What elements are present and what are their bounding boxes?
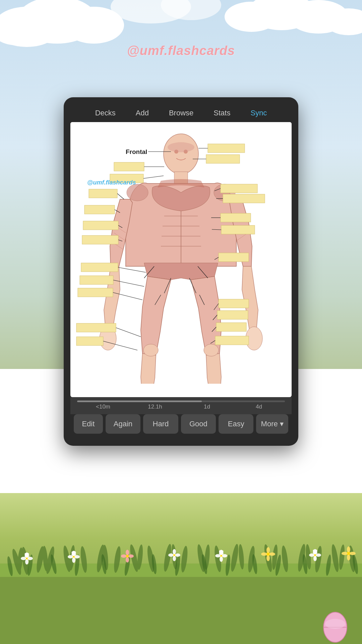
svg-rect-33 bbox=[208, 144, 245, 153]
svg-rect-62 bbox=[80, 276, 113, 284]
svg-point-152 bbox=[128, 554, 134, 558]
svg-line-61 bbox=[118, 267, 146, 272]
svg-point-136 bbox=[25, 559, 28, 565]
svg-line-41 bbox=[143, 176, 164, 178]
image-credit: @umf.flashcards bbox=[87, 179, 136, 186]
svg-rect-52 bbox=[82, 235, 118, 244]
svg-rect-60 bbox=[81, 263, 118, 272]
svg-point-157 bbox=[168, 553, 174, 557]
time-labels-row: <10m 12.1h 1d 4d bbox=[77, 402, 285, 413]
good-button[interactable]: Good bbox=[181, 414, 216, 434]
nav-browse[interactable]: Browse bbox=[169, 109, 193, 117]
svg-rect-38 bbox=[114, 162, 144, 171]
again-button[interactable]: Again bbox=[106, 414, 140, 434]
svg-rect-68 bbox=[217, 311, 248, 319]
easy-button[interactable]: Easy bbox=[219, 414, 253, 434]
progress-area: <10m 12.1h 1d 4d bbox=[70, 397, 292, 414]
time-label-0: <10m bbox=[77, 404, 129, 410]
svg-rect-72 bbox=[215, 336, 249, 345]
svg-rect-74 bbox=[76, 323, 116, 332]
nav-add[interactable]: Add bbox=[136, 109, 149, 117]
more-button[interactable]: More ▾ bbox=[256, 414, 288, 434]
svg-point-156 bbox=[173, 556, 176, 561]
svg-rect-56 bbox=[221, 225, 255, 234]
time-label-1: 12.1h bbox=[129, 404, 181, 410]
svg-line-47 bbox=[117, 194, 124, 199]
svg-point-143 bbox=[72, 557, 75, 563]
svg-rect-35 bbox=[206, 155, 240, 163]
edit-button[interactable]: Edit bbox=[74, 414, 103, 434]
svg-rect-46 bbox=[89, 189, 117, 198]
svg-rect-44 bbox=[223, 194, 265, 203]
svg-point-158 bbox=[175, 553, 180, 557]
svg-point-149 bbox=[126, 550, 129, 555]
svg-line-75 bbox=[116, 328, 141, 337]
grass-decoration bbox=[0, 510, 362, 644]
svg-point-170 bbox=[269, 552, 275, 556]
svg-rect-76 bbox=[76, 337, 103, 345]
svg-point-22 bbox=[204, 344, 219, 356]
svg-point-180 bbox=[347, 554, 350, 560]
svg-point-181 bbox=[342, 552, 348, 555]
svg-rect-70 bbox=[216, 323, 246, 331]
flashcard-area: @umf.flashcards Frontal bbox=[70, 122, 292, 397]
svg-rect-66 bbox=[219, 299, 249, 308]
svg-rect-64 bbox=[78, 288, 113, 297]
svg-point-155 bbox=[173, 549, 176, 554]
svg-point-173 bbox=[313, 556, 317, 561]
svg-point-169 bbox=[261, 552, 267, 556]
svg-point-151 bbox=[121, 554, 126, 558]
svg-point-168 bbox=[266, 555, 270, 561]
time-label-3: 4d bbox=[233, 404, 285, 410]
hard-button[interactable]: Hard bbox=[143, 414, 178, 434]
nav-bar: Decks Add Browse Stats Sync bbox=[70, 104, 292, 122]
svg-point-10 bbox=[164, 134, 198, 174]
svg-rect-42 bbox=[221, 184, 257, 193]
grass-svg bbox=[0, 510, 362, 644]
svg-rect-54 bbox=[221, 213, 251, 222]
svg-rect-50 bbox=[83, 221, 118, 230]
svg-point-161 bbox=[220, 556, 223, 562]
svg-point-179 bbox=[347, 546, 350, 552]
action-buttons-row: Edit Again Hard Good Easy More ▾ bbox=[70, 414, 292, 438]
nav-stats[interactable]: Stats bbox=[214, 109, 230, 117]
svg-point-25 bbox=[168, 142, 194, 152]
anatomy-diagram: @umf.flashcards Frontal bbox=[70, 122, 292, 384]
svg-point-31 bbox=[127, 184, 148, 201]
svg-rect-84 bbox=[0, 570, 362, 644]
svg-point-185 bbox=[325, 619, 345, 629]
svg-point-21 bbox=[143, 344, 158, 356]
time-label-2: 1d bbox=[181, 404, 233, 410]
svg-point-150 bbox=[126, 557, 129, 562]
svg-rect-58 bbox=[219, 253, 249, 262]
anatomy-svg bbox=[70, 122, 292, 384]
nav-sync[interactable]: Sync bbox=[250, 109, 267, 117]
app-watermark: @umf.flashcards bbox=[127, 44, 235, 58]
svg-rect-48 bbox=[84, 205, 115, 214]
svg-point-167 bbox=[266, 547, 270, 553]
nav-decks[interactable]: Decks bbox=[95, 109, 116, 117]
tablet-device: Decks Add Browse Stats Sync @umf.flashca… bbox=[64, 97, 298, 446]
svg-point-182 bbox=[350, 552, 356, 555]
